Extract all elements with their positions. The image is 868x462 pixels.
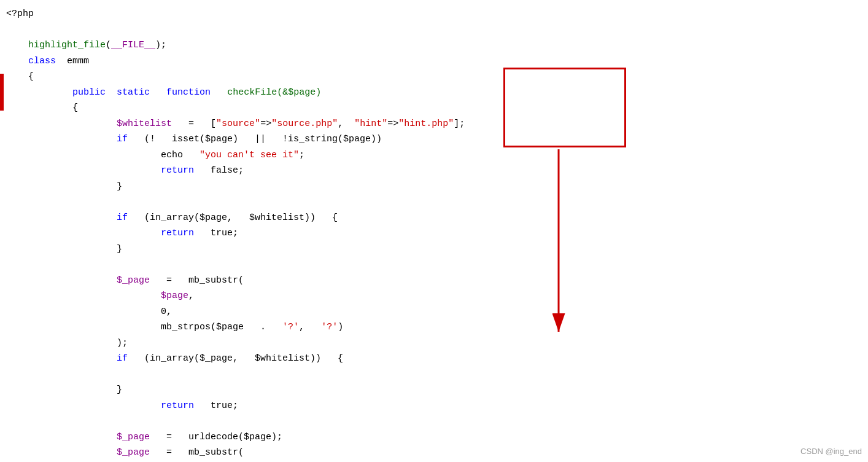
code-line-5: { xyxy=(6,69,868,85)
keyword-static: static xyxy=(117,87,150,98)
keyword-public: public xyxy=(72,87,106,98)
string-hint-key: "hint" xyxy=(354,119,387,129)
keyword-class: class xyxy=(28,56,56,66)
code-line-29: $_page = mb_substr( xyxy=(6,445,868,461)
keyword-return2: return xyxy=(161,228,194,238)
keyword-if2: if xyxy=(117,213,128,223)
code-line-8: $whitelist = ["source"=>"source.php", "h… xyxy=(6,116,868,132)
string-qmark2: '?' xyxy=(321,322,338,332)
var-page-arg: $page xyxy=(161,291,188,301)
function-checkfile: checkFile(&$page) xyxy=(227,87,321,98)
code-line-19: $page, xyxy=(6,288,868,304)
left-indicator xyxy=(0,74,4,111)
code-line-26: return true; xyxy=(6,398,868,414)
code-line-7: { xyxy=(6,100,868,116)
code-line-21: mb_strpos($page . '?', '?') xyxy=(6,319,868,335)
php-tag: <?php xyxy=(6,9,34,19)
code-line-20: 0, xyxy=(6,304,868,320)
code-line-9: if (! isset($page) || !is_string($page)) xyxy=(6,131,868,147)
code-line-17 xyxy=(6,257,868,273)
code-line-2 xyxy=(6,22,868,38)
code-line-18: $_page = mb_substr( xyxy=(6,273,868,289)
code-line-10: echo "you can't see it"; xyxy=(6,147,868,163)
string-source: "source" xyxy=(216,119,260,129)
keyword-return3: return xyxy=(161,401,194,411)
code-line-28: $_page = urldecode($page); xyxy=(6,429,868,445)
string-sourcephp: "source.php" xyxy=(271,119,338,129)
watermark: CSDN @ing_end xyxy=(800,447,862,456)
var-page1: $_page xyxy=(117,275,150,286)
code-line-25: } xyxy=(6,382,868,398)
code-line-23: if (in_array($_page, $whitelist)) { xyxy=(6,351,868,367)
code-text: highlight_file(__FILE__); xyxy=(6,40,166,50)
code-line-4: class emmm xyxy=(6,53,868,69)
code-line-1: <?php xyxy=(6,6,868,22)
code-line-13 xyxy=(6,194,868,210)
code-line-22: ); xyxy=(6,335,868,351)
keyword-function: function xyxy=(166,87,211,98)
string-qmark1: '?' xyxy=(282,322,299,332)
code-line-24 xyxy=(6,367,868,383)
code-line-3: highlight_file(__FILE__); xyxy=(6,37,868,53)
var-page2: $_page xyxy=(117,432,150,442)
var-whitelist: $whitelist xyxy=(117,119,172,129)
keyword-return1: return xyxy=(161,165,194,176)
string-hintphp: "hint.php" xyxy=(398,119,454,129)
code-container: <?php highlight_file(__FILE__); class em… xyxy=(0,0,868,462)
code-line-16: } xyxy=(6,241,868,257)
code-line-6: public static function checkFile(&$page) xyxy=(6,85,868,101)
keyword-if1: if xyxy=(117,134,128,144)
code-line-14: if (in_array($page, $whitelist)) { xyxy=(6,210,868,226)
code-line-15: return true; xyxy=(6,225,868,241)
string-cant-see: "you can't see it" xyxy=(200,150,299,160)
code-line-11: return false; xyxy=(6,163,868,179)
annotation-box xyxy=(503,68,626,147)
keyword-if3: if xyxy=(117,353,128,364)
code-line-27 xyxy=(6,413,868,429)
var-page3: $_page xyxy=(117,447,150,458)
code-line-12: } xyxy=(6,179,868,195)
